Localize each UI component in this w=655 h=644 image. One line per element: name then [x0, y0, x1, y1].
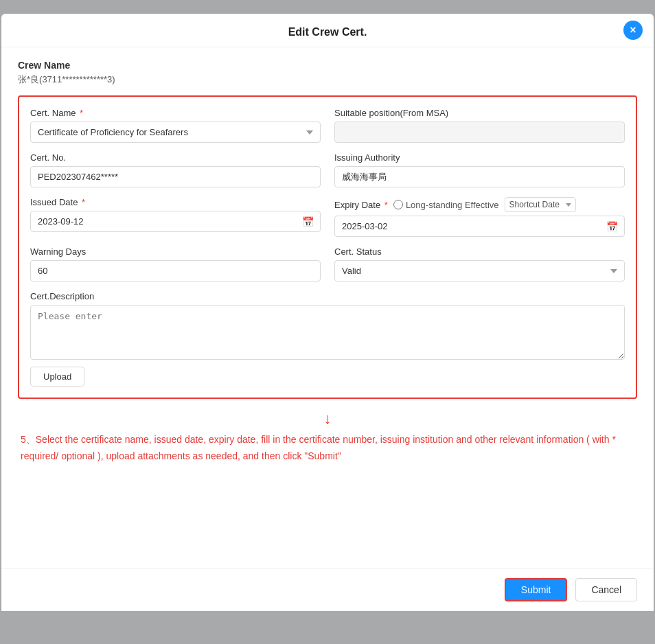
close-icon: × [630, 24, 636, 36]
form-row-1: Cert. Name * Certificate of Proficiency … [30, 108, 625, 143]
crew-name-value: 张*良(3711*************3) [18, 73, 637, 86]
expiry-date-required: * [384, 200, 388, 210]
form-row-4: Warning Days Cert. Status Valid Invalid … [30, 246, 625, 281]
expiry-date-header-row: Expiry Date * Long-standing Effective Sh… [334, 197, 625, 212]
cert-status-label: Cert. Status [334, 246, 625, 257]
form-row-3: Issued Date * 📅 Expiry Date * [30, 197, 625, 237]
cert-no-input[interactable] [30, 166, 321, 187]
expiry-date-group: Expiry Date * Long-standing Effective Sh… [334, 197, 625, 237]
instruction-text: 5、Select the certificate name, issued da… [18, 432, 637, 465]
form-row-2: Cert. No. Issuing Authority [30, 152, 625, 187]
expiry-date-label: Expiry Date * [334, 200, 388, 210]
modal-body: Crew Name 张*良(3711*************3) Cert. … [1, 47, 654, 520]
cert-name-label: Cert. Name * [30, 108, 321, 118]
cert-no-label: Cert. No. [30, 152, 321, 163]
form-section: Cert. Name * Certificate of Proficiency … [18, 95, 637, 399]
suitable-position-input[interactable] [334, 122, 625, 143]
cert-name-group: Cert. Name * Certificate of Proficiency … [30, 108, 321, 143]
modal-title: Edit Crew Cert. [288, 26, 367, 38]
expiry-date-input[interactable] [334, 216, 625, 237]
submit-button[interactable]: Submit [505, 578, 568, 601]
cert-name-required: * [80, 108, 83, 118]
modal-header: Edit Crew Cert. × [1, 14, 654, 47]
cert-name-select[interactable]: Certificate of Proficiency for Seafarers [30, 122, 321, 143]
cert-description-textarea[interactable] [30, 305, 625, 360]
cert-description-label: Cert.Description [30, 291, 625, 301]
warning-days-label: Warning Days [30, 246, 321, 257]
long-standing-label: Long-standing Effective [406, 200, 499, 210]
cert-no-group: Cert. No. [30, 152, 321, 187]
cert-description-group: Cert.Description [30, 291, 625, 360]
cancel-button[interactable]: Cancel [575, 578, 637, 601]
expiry-date-wrapper: 📅 [334, 216, 625, 237]
issued-date-required: * [82, 197, 85, 207]
issuing-authority-label: Issuing Authority [334, 152, 625, 163]
issued-date-label: Issued Date * [30, 197, 321, 207]
crew-name-label: Crew Name [18, 60, 637, 71]
suitable-position-label: Suitable position(From MSA) [334, 108, 625, 118]
shortcut-date-select[interactable]: Shortcut Date [505, 197, 576, 212]
issuing-authority-group: Issuing Authority [334, 152, 625, 187]
close-button[interactable]: × [623, 21, 643, 40]
warning-days-input[interactable] [30, 260, 321, 281]
long-standing-radio[interactable] [393, 200, 403, 209]
upload-button[interactable]: Upload [30, 367, 84, 387]
modal-footer: Submit Cancel [1, 568, 654, 611]
issued-date-input[interactable] [30, 211, 321, 232]
cert-status-select[interactable]: Valid Invalid Expired [334, 260, 625, 281]
suitable-position-group: Suitable position(From MSA) [334, 108, 625, 143]
long-standing-radio-label[interactable]: Long-standing Effective [393, 200, 499, 210]
issued-date-wrapper: 📅 [30, 211, 321, 232]
warning-days-group: Warning Days [30, 246, 321, 281]
issuing-authority-input[interactable] [334, 166, 625, 187]
cert-status-group: Cert. Status Valid Invalid Expired [334, 246, 625, 281]
arrow-down: ↓ [18, 410, 637, 428]
issued-date-group: Issued Date * 📅 [30, 197, 321, 237]
